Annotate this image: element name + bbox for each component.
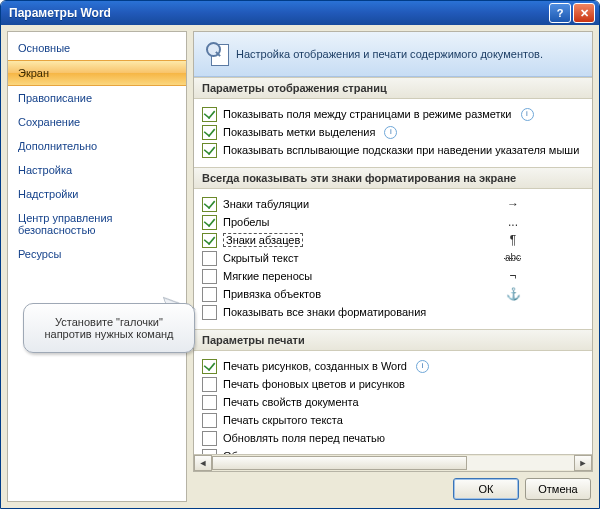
checkbox[interactable] xyxy=(202,377,217,392)
option-row: Знаки абзацев¶ xyxy=(202,231,584,249)
checkbox[interactable] xyxy=(202,449,217,455)
option-row: Мягкие переносы¬ xyxy=(202,267,584,285)
titlebar[interactable]: Параметры Word ? ✕ xyxy=(1,1,599,25)
checkbox[interactable] xyxy=(202,143,217,158)
formatting-symbol: ¬ xyxy=(502,268,524,284)
sidebar-item-customize[interactable]: Настройка xyxy=(8,158,186,182)
dialog-window: Параметры Word ? ✕ Основные Экран Правоп… xyxy=(0,0,600,509)
sidebar-item-resources[interactable]: Ресурсы xyxy=(8,242,186,266)
option-label[interactable]: Знаки табуляции xyxy=(223,196,309,212)
sidebar-item-proofing[interactable]: Правописание xyxy=(8,86,186,110)
info-icon[interactable]: i xyxy=(416,360,429,373)
sidebar-item-addins[interactable]: Надстройки xyxy=(8,182,186,206)
option-label[interactable]: Показывать поля между страницами в режим… xyxy=(223,106,512,122)
formatting-symbol: → xyxy=(502,196,524,212)
formatting-symbol: ⚓ xyxy=(502,286,524,302)
checkbox[interactable] xyxy=(202,395,217,410)
option-row: Показывать поля между страницами в режим… xyxy=(202,105,584,123)
panel-header: Настройка отображения и печати содержимо… xyxy=(194,32,592,77)
formatting-symbol: ¶ xyxy=(502,232,524,248)
close-button[interactable]: ✕ xyxy=(573,3,595,23)
option-label[interactable]: Печать рисунков, созданных в Word xyxy=(223,358,407,374)
help-button[interactable]: ? xyxy=(549,3,571,23)
section-marks-head: Всегда показывать эти знаки форматирован… xyxy=(194,167,592,189)
checkbox[interactable] xyxy=(202,215,217,230)
sidebar-item-trust[interactable]: Центр управления безопасностью xyxy=(8,206,186,242)
option-row: Обновлять поля перед печатью xyxy=(202,429,584,447)
checkbox[interactable] xyxy=(202,413,217,428)
info-icon[interactable]: i xyxy=(521,108,534,121)
panel-title: Настройка отображения и печати содержимо… xyxy=(236,48,543,60)
option-row: Показывать все знаки форматирования xyxy=(202,303,584,321)
option-row: Обновлять связанные данные перед печатью xyxy=(202,447,584,454)
checkbox[interactable] xyxy=(202,233,217,248)
option-row: Печать свойств документа xyxy=(202,393,584,411)
scroll-left-button[interactable]: ◄ xyxy=(194,455,212,471)
option-label[interactable]: Скрытый текст xyxy=(223,250,298,266)
option-row: Привязка объектов⚓ xyxy=(202,285,584,303)
option-label[interactable]: Показывать всплывающие подсказки при нав… xyxy=(223,142,579,158)
cancel-button[interactable]: Отмена xyxy=(525,478,591,500)
options-scroll: Параметры отображения страниц Показывать… xyxy=(194,77,592,454)
option-row: Показывать метки выделенияi xyxy=(202,123,584,141)
checkbox[interactable] xyxy=(202,125,217,140)
section-display-head: Параметры отображения страниц xyxy=(194,77,592,99)
option-label[interactable]: Привязка объектов xyxy=(223,286,321,302)
option-label[interactable]: Показывать все знаки форматирования xyxy=(223,304,426,320)
checkbox[interactable] xyxy=(202,305,217,320)
magnifier-document-icon xyxy=(206,42,228,66)
option-row: Печать рисунков, созданных в Wordi xyxy=(202,357,584,375)
checkbox[interactable] xyxy=(202,107,217,122)
horizontal-scrollbar[interactable]: ◄ ► xyxy=(194,454,592,471)
option-row: Печать скрытого текста xyxy=(202,411,584,429)
option-label[interactable]: Пробелы xyxy=(223,214,269,230)
section-print-head: Параметры печати xyxy=(194,329,592,351)
sidebar-item-display[interactable]: Экран xyxy=(8,60,186,86)
info-icon[interactable]: i xyxy=(384,126,397,139)
option-label[interactable]: Показывать метки выделения xyxy=(223,124,375,140)
formatting-symbol: abc xyxy=(502,250,524,266)
option-row: Печать фоновых цветов и рисунков xyxy=(202,375,584,393)
dialog-buttons: ОК Отмена xyxy=(193,472,593,502)
sidebar: Основные Экран Правописание Сохранение Д… xyxy=(7,31,187,502)
scroll-right-button[interactable]: ► xyxy=(574,455,592,471)
checkbox[interactable] xyxy=(202,431,217,446)
option-row: Знаки табуляции→ xyxy=(202,195,584,213)
checkbox[interactable] xyxy=(202,359,217,374)
checkbox[interactable] xyxy=(202,287,217,302)
scroll-track[interactable] xyxy=(212,456,574,470)
scroll-thumb[interactable] xyxy=(212,456,467,470)
option-label[interactable]: Печать фоновых цветов и рисунков xyxy=(223,376,405,392)
option-label[interactable]: Печать свойств документа xyxy=(223,394,359,410)
sidebar-item-general[interactable]: Основные xyxy=(8,36,186,60)
option-row: Пробелы... xyxy=(202,213,584,231)
ok-button[interactable]: ОК xyxy=(453,478,519,500)
window-title: Параметры Word xyxy=(9,6,547,20)
option-row: Скрытый текстabc xyxy=(202,249,584,267)
sidebar-item-advanced[interactable]: Дополнительно xyxy=(8,134,186,158)
formatting-symbol: ... xyxy=(502,214,524,230)
callout-text: Установите "галочки" напротив нужных ком… xyxy=(44,316,173,340)
checkbox[interactable] xyxy=(202,269,217,284)
option-label[interactable]: Печать скрытого текста xyxy=(223,412,343,428)
option-row: Показывать всплывающие подсказки при нав… xyxy=(202,141,584,159)
option-label[interactable]: Мягкие переносы xyxy=(223,268,312,284)
option-label[interactable]: Обновлять поля перед печатью xyxy=(223,430,385,446)
sidebar-item-save[interactable]: Сохранение xyxy=(8,110,186,134)
checkbox[interactable] xyxy=(202,197,217,212)
checkbox[interactable] xyxy=(202,251,217,266)
option-label[interactable]: Знаки абзацев xyxy=(223,232,303,248)
main-panel: Настройка отображения и печати содержимо… xyxy=(193,31,593,502)
instruction-callout: Установите "галочки" напротив нужных ком… xyxy=(23,303,195,353)
